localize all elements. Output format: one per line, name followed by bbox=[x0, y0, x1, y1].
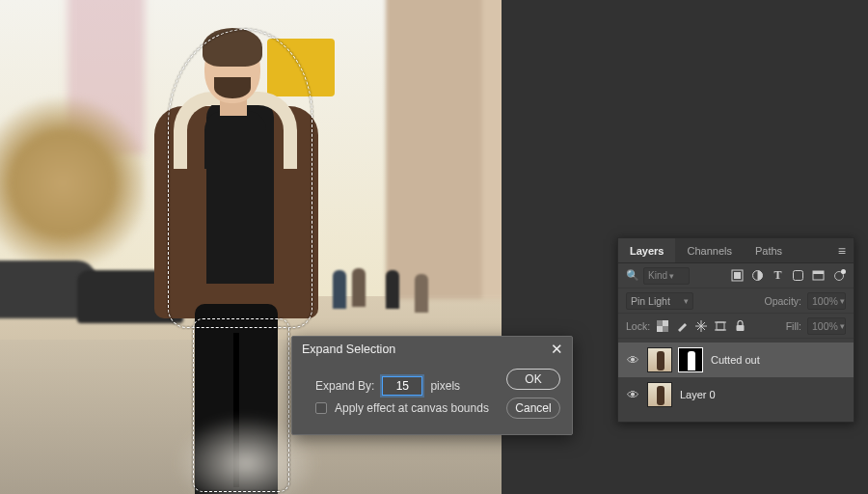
filter-smart-icon[interactable] bbox=[811, 268, 826, 283]
filter-type-icon[interactable]: T bbox=[771, 268, 785, 283]
lock-artboard-icon[interactable] bbox=[714, 319, 727, 333]
lock-position-icon[interactable] bbox=[694, 319, 708, 333]
filter-kind-dropdown[interactable]: Kind▾ bbox=[643, 267, 690, 285]
scene-pedestrian bbox=[386, 270, 399, 309]
opacity-input[interactable]: 100%▾ bbox=[807, 292, 846, 310]
expand-selection-dialog: Expand Selection ✕ Expand By: pixels App… bbox=[291, 336, 573, 435]
opacity-label: Opacity: bbox=[764, 295, 801, 307]
svg-rect-5 bbox=[813, 271, 824, 274]
svg-rect-8 bbox=[663, 326, 668, 332]
tab-layers[interactable]: Layers bbox=[618, 238, 675, 262]
layer-mask-thumbnail[interactable] bbox=[678, 347, 703, 372]
layer-thumbnail[interactable] bbox=[647, 347, 672, 372]
selection-marquee bbox=[193, 318, 289, 492]
filter-toggle-icon[interactable] bbox=[831, 268, 846, 283]
expand-by-input[interactable] bbox=[382, 376, 422, 396]
svg-rect-7 bbox=[657, 320, 663, 326]
layer-name[interactable]: Cutted out bbox=[711, 354, 760, 366]
panel-menu-icon[interactable]: ≡ bbox=[830, 238, 854, 262]
close-icon[interactable]: ✕ bbox=[549, 342, 564, 357]
lock-pixels-icon[interactable] bbox=[675, 319, 689, 333]
lock-label: Lock: bbox=[626, 320, 650, 332]
svg-rect-3 bbox=[794, 271, 803, 281]
blend-mode-value: Pin Light bbox=[631, 295, 670, 307]
svg-rect-9 bbox=[717, 322, 724, 330]
filter-kind-label: Kind bbox=[648, 270, 667, 281]
layer-thumbnail[interactable] bbox=[647, 382, 672, 407]
fill-label: Fill: bbox=[786, 320, 801, 332]
expand-by-label: Expand By: bbox=[315, 379, 374, 393]
fill-input[interactable]: 100%▾ bbox=[807, 317, 846, 335]
lock-transparency-icon[interactable] bbox=[656, 319, 669, 333]
scene-pedestrian bbox=[415, 274, 428, 313]
scene-building bbox=[386, 0, 502, 299]
layers-panel: Layers Channels Paths ≡ 🔍 Kind▾ T Pin Li… bbox=[617, 237, 854, 423]
selection-marquee bbox=[168, 29, 312, 328]
svg-rect-12 bbox=[736, 325, 744, 331]
apply-bounds-label: Apply effect at canvas bounds bbox=[335, 401, 489, 415]
opacity-value: 100% bbox=[812, 295, 838, 307]
layer-row[interactable]: 👁 Layer 0 bbox=[618, 377, 854, 412]
apply-bounds-checkbox[interactable] bbox=[315, 402, 327, 414]
visibility-icon[interactable]: 👁 bbox=[626, 353, 639, 368]
search-icon: 🔍 bbox=[626, 269, 639, 282]
blend-mode-dropdown[interactable]: Pin Light▾ bbox=[626, 292, 693, 310]
cancel-button[interactable]: Cancel bbox=[506, 398, 560, 419]
filter-pixel-icon[interactable] bbox=[730, 268, 745, 283]
fill-value: 100% bbox=[812, 320, 838, 332]
tab-channels[interactable]: Channels bbox=[675, 238, 743, 262]
scene-pedestrian bbox=[352, 268, 366, 307]
scene-trees bbox=[0, 87, 145, 280]
dialog-title: Expand Selection bbox=[302, 343, 395, 356]
pixels-label: pixels bbox=[430, 379, 460, 393]
filter-adjustment-icon[interactable] bbox=[750, 268, 765, 283]
tab-paths[interactable]: Paths bbox=[744, 238, 794, 262]
filter-shape-icon[interactable] bbox=[791, 268, 805, 283]
layer-list: 👁 Cutted out 👁 Layer 0 bbox=[618, 339, 854, 422]
svg-rect-1 bbox=[734, 272, 741, 279]
layer-name[interactable]: Layer 0 bbox=[680, 389, 716, 400]
ok-button[interactable]: OK bbox=[506, 369, 560, 390]
visibility-icon[interactable]: 👁 bbox=[626, 388, 639, 402]
layer-row[interactable]: 👁 Cutted out bbox=[618, 343, 854, 377]
lock-all-icon[interactable] bbox=[733, 319, 746, 333]
